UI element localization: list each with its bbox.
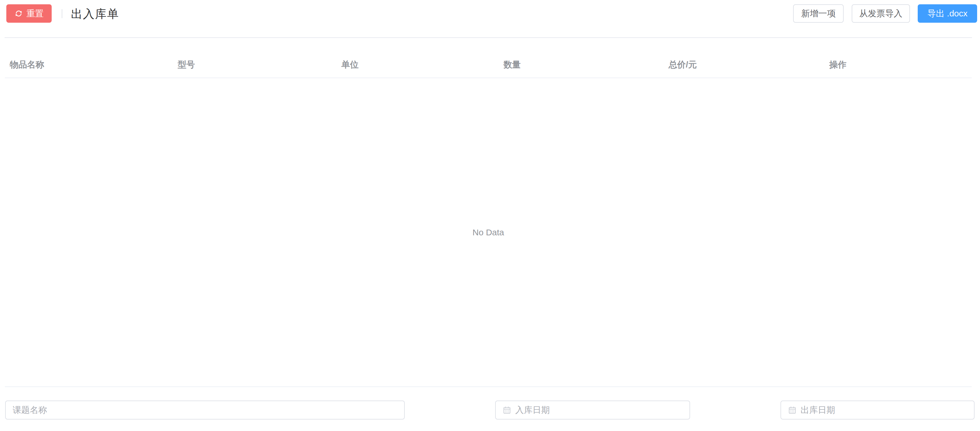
page-title: 出入库单 — [71, 8, 119, 19]
refresh-icon — [14, 9, 23, 18]
import-invoice-button[interactable]: 从发票导入 — [852, 4, 910, 23]
project-name-field[interactable] — [13, 405, 397, 415]
out-date-field[interactable] — [800, 405, 967, 415]
column-header-total-price: 总价/元 — [663, 38, 824, 78]
reset-button[interactable]: 重置 — [6, 4, 52, 23]
in-date-field[interactable] — [515, 405, 682, 415]
out-date-input[interactable] — [781, 401, 975, 420]
column-header-actions: 操作 — [824, 38, 972, 78]
reset-button-label: 重置 — [26, 9, 44, 18]
items-table: 物品名称 型号 单位 数量 总价/元 操作 No Data — [5, 38, 972, 387]
column-header-unit: 单位 — [336, 38, 499, 78]
table-empty-state: No Data — [5, 78, 972, 387]
project-name-input[interactable] — [5, 401, 405, 420]
no-data-text: No Data — [473, 228, 504, 237]
in-date-input[interactable] — [495, 401, 690, 420]
title-divider — [62, 9, 62, 18]
add-item-button[interactable]: 新增一项 — [793, 4, 844, 23]
column-header-quantity: 数量 — [499, 38, 663, 78]
calendar-icon — [503, 406, 511, 414]
inventory-page: 重置 出入库单 新增一项 从发票导入 导出 .docx 物品名称 型号 单位 数… — [0, 0, 980, 431]
column-header-item-name: 物品名称 — [5, 38, 173, 78]
calendar-icon — [788, 406, 797, 414]
export-docx-button[interactable]: 导出 .docx — [918, 4, 977, 23]
table-header-row: 物品名称 型号 单位 数量 总价/元 操作 — [5, 38, 972, 78]
column-header-model: 型号 — [173, 38, 336, 78]
